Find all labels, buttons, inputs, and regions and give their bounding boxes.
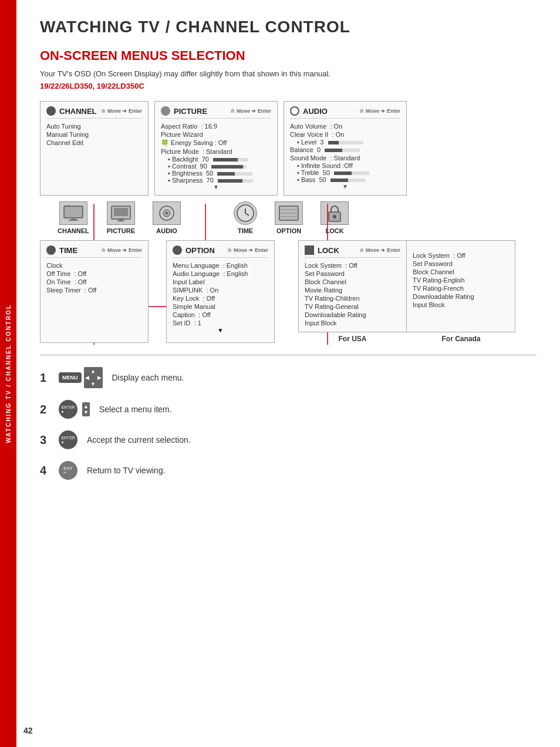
top-menu-row: CHANNEL ☆ Move ➔ Enter Auto Tuning Manua… <box>40 101 545 196</box>
channel-tv-icon <box>59 201 87 225</box>
enter-button-1[interactable]: ENTER● <box>59 400 77 419</box>
audio-center-icon: AUDIO <box>153 201 181 234</box>
channel-icon-circle <box>46 106 56 116</box>
audio-speaker-icon <box>153 201 181 225</box>
tv-rating-general-item: TV Rating-General <box>305 302 400 311</box>
step-3-button: ENTER● <box>59 430 77 449</box>
lock-usa-box: LOCK ☆ Move ➔ Enter Lock System : Off Se… <box>298 240 407 332</box>
svg-point-19 <box>166 212 168 214</box>
time-menu-box: TIME ☆ Move ➔ Enter Clock Off Time : Off… <box>40 240 149 343</box>
downloadable-rating-item-usa: Downloadable Rating <box>305 311 400 319</box>
section-title: ON-SCREEN MENUS SELECTION <box>40 48 537 63</box>
tv-rating-children-item: TV Rating-Children <box>305 294 400 302</box>
enter-button-2[interactable]: ENTER● <box>59 430 77 449</box>
page-title: WATCHING TV / CHANNEL CONTROL <box>40 18 537 36</box>
lock-usa-title: LOCK ☆ Move ➔ Enter <box>305 245 400 258</box>
downloadable-rating-item-canada: Downloadable Rating <box>413 292 509 301</box>
manual-tuning-item: Manual Tuning <box>46 130 142 139</box>
bottom-menu-row: TIME ☆ Move ➔ Enter Clock Off Time : Off… <box>40 240 545 343</box>
time-box-title: TIME ☆ Move ➔ Enter <box>46 245 142 258</box>
steps-section: 1 MENU ▲ ◀ ▶ ▼ Display each menu. <box>40 367 537 480</box>
bass-item: • Bass 50 <box>290 176 400 183</box>
treble-item: • Treble 50 <box>290 169 400 176</box>
step-4-text: Return to TV viewing. <box>87 466 166 475</box>
svg-point-28 <box>333 215 336 218</box>
for-labels: For USA For Canada <box>298 332 515 343</box>
step-2-text: Select a menu item. <box>99 405 172 414</box>
picture-icon-circle <box>161 106 170 116</box>
step-3-row: 3 ENTER● Accept the current selection. <box>40 430 537 449</box>
energy-saving-item: 🍀 Energy Saving : Off <box>161 139 271 147</box>
picture-mode-item: Picture Mode : Standard <box>161 147 271 156</box>
simplink-item: SIMPLINK : On <box>173 286 268 294</box>
block-channel-item-canada: Block Channel <box>413 268 509 276</box>
step-3-text: Accept the current selection. <box>87 435 191 445</box>
picture-monitor-icon <box>107 201 135 225</box>
audio-language-item: Audio Language : English <box>173 270 268 278</box>
lock-padlock-icon <box>321 201 349 225</box>
svg-rect-13 <box>114 208 128 216</box>
clear-voice-item: Clear Voice II : On <box>290 130 400 139</box>
option-icon <box>173 245 182 255</box>
menu-language-item: Menu Language : English <box>173 261 268 270</box>
option-box-icon <box>275 201 303 225</box>
sidebar: WATCHING TV / CHANNEL CONTROL <box>0 0 16 747</box>
time-center-icon: TIME <box>234 201 257 234</box>
step-4-number: 4 <box>40 464 49 477</box>
diagram-container: CHANNEL ☆ Move ➔ Enter Auto Tuning Manua… <box>40 101 545 343</box>
contrast-item: • Contrast 90 <box>161 163 271 170</box>
backlight-item: • Backlight 70 <box>161 156 271 163</box>
channel-edit-item: Channel Edit <box>46 139 142 147</box>
subtitle: Your TV's OSD (On Screen Display) may di… <box>40 69 537 78</box>
set-password-item-canada: Set Password <box>413 260 509 268</box>
input-block-item-canada: Input Block <box>413 301 509 309</box>
lock-center-icon: LOCK <box>321 201 349 234</box>
auto-volume-item: Auto Volume : On <box>290 122 400 130</box>
caption-item: Caption : Off <box>173 311 268 319</box>
off-time-item: Off Time : Off <box>46 270 142 278</box>
center-icons-row: CHANNEL PICTURE <box>58 201 545 234</box>
brightness-item: • Brightness 50 <box>161 170 271 177</box>
time-icon <box>46 245 56 255</box>
clock-item: Clock <box>46 261 142 270</box>
audio-box-title: AUDIO ☆ Move ➔ Enter <box>290 106 400 119</box>
step-2-row: 2 ENTER● ▲ ▼ Select a menu item. <box>40 400 537 419</box>
exit-button[interactable]: EXIT↵ <box>59 461 77 480</box>
step-4-button: EXIT↵ <box>59 461 77 480</box>
tv-rating-french-item: TV Rating-French <box>413 284 509 292</box>
step-1-button: MENU ▲ ◀ ▶ ▼ <box>59 367 103 388</box>
tv-rating-english-item: TV Rating-English <box>413 276 509 284</box>
sharpness-item: • Sharpness 70 <box>161 177 271 184</box>
block-channel-item-usa: Block Channel <box>305 278 400 286</box>
model-numbers: 19/22/26LD350, 19/22LD350C <box>40 82 537 90</box>
simple-manual-item: Simple Manual <box>173 302 268 311</box>
channel-box-title: CHANNEL ☆ Move ➔ Enter <box>46 106 142 119</box>
lock-area: LOCK ☆ Move ➔ Enter Lock System : Off Se… <box>298 240 515 343</box>
for-canada-label: For Canada <box>407 335 515 343</box>
on-time-item: On Time : Off <box>46 278 142 286</box>
sidebar-label: WATCHING TV / CHANNEL CONTROL <box>5 304 12 443</box>
sound-mode-item: Sound Mode : Standard <box>290 154 400 162</box>
movie-rating-item-usa: Movie Rating <box>305 286 400 294</box>
divider <box>40 355 537 355</box>
svg-rect-7 <box>64 206 83 218</box>
option-menu-box: OPTION ☆ Move ➔ Enter Menu Language : En… <box>166 240 275 343</box>
picture-box-title: PICTURE ☆ Move ➔ Enter <box>161 106 271 119</box>
infinite-sound-item: • Infinite Sound :Off <box>290 162 400 169</box>
audio-icon-circle <box>290 106 299 116</box>
auto-tuning-item: Auto Tuning <box>46 122 142 130</box>
time-clock-icon <box>234 201 257 225</box>
lock-system-item-canada: Lock System : Off <box>413 251 509 260</box>
step-1-text: Display each menu. <box>112 373 184 382</box>
step-1-row: 1 MENU ▲ ◀ ▶ ▼ Display each menu. <box>40 367 537 388</box>
menu-button[interactable]: MENU <box>59 372 82 383</box>
set-id-item: Set ID : 1 <box>173 319 268 327</box>
lock-canada-box: Lock System : Off Set Password Block Cha… <box>407 240 515 332</box>
lock-icon <box>305 245 314 255</box>
step-1-number: 1 <box>40 371 49 385</box>
input-label-item: Input Label <box>173 278 268 286</box>
input-block-item-usa: Input Block <box>305 319 400 327</box>
option-center-icon: OPTION <box>275 201 303 234</box>
step-2-button: ENTER● ▲ ▼ <box>59 400 90 419</box>
option-box-title: OPTION ☆ Move ➔ Enter <box>173 245 268 258</box>
